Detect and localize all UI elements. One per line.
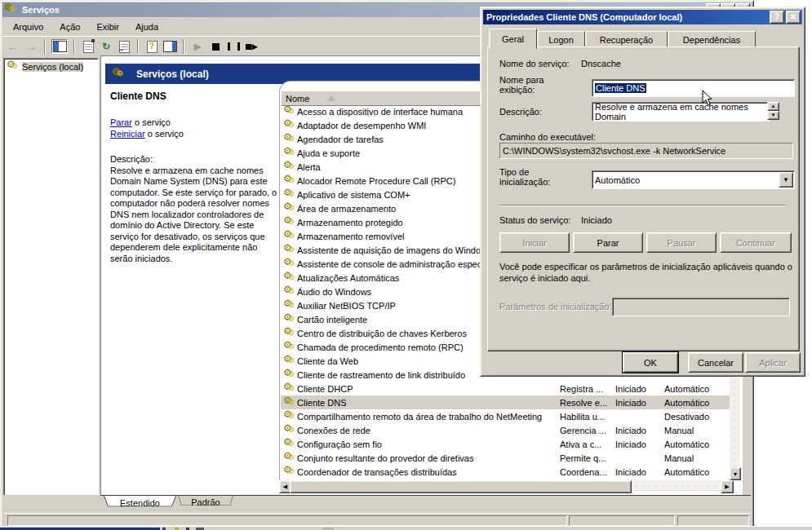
service-gears-icon <box>283 439 296 450</box>
reiniciar-service-link[interactable]: Reiniciar <box>110 129 145 139</box>
display-name-selected-text: Cliente DNS <box>595 83 646 93</box>
stop-button[interactable]: Parar <box>573 232 643 253</box>
service-row[interactable]: Compartilhamento remoto da área de traba… <box>281 409 731 423</box>
back-icon[interactable]: ← <box>6 40 20 53</box>
service-action-links: Parar o serviçoReiniciar o serviço <box>110 117 278 139</box>
menu-item-ajuda[interactable]: Ajuda <box>128 20 166 33</box>
service-row[interactable]: Coordenador de transações distribuídasCo… <box>281 465 731 479</box>
service-row[interactable]: Conjunto resultante do provedor de diret… <box>281 451 731 465</box>
service-gears-icon <box>283 161 296 173</box>
extended-view-icon[interactable] <box>162 40 177 53</box>
horizontal-scrollbar[interactable]: ◀ ▶ <box>279 480 732 492</box>
dialog-tab-dependncias[interactable]: Dependências <box>668 31 756 48</box>
tree-item-label: Serviços (local) <box>22 62 83 72</box>
scrollbar-thumb[interactable] <box>290 480 632 493</box>
refresh-icon[interactable]: ↻ <box>99 40 113 53</box>
desktop: { "colors": { "chrome": "#D4D0C8", "acti… <box>0 0 812 530</box>
cell-startup: Manual <box>664 453 730 463</box>
service-gears-icon <box>283 272 296 284</box>
help-icon[interactable]: ? <box>144 40 159 53</box>
stop-service-icon[interactable] <box>208 40 223 53</box>
cell-name: Cliente DNS <box>297 398 560 408</box>
service-row[interactable]: Conexões de redeGerencia ...IniciadoManu… <box>281 423 731 437</box>
service-name-label: Nome do serviço: <box>499 59 570 68</box>
main-window-title: Serviços <box>22 5 60 15</box>
cancel-button[interactable]: Cancelar <box>688 352 743 373</box>
toolbar-separator <box>183 39 184 54</box>
export-list-icon[interactable]: → <box>117 40 131 53</box>
dialog-tab-logon[interactable]: Logon <box>537 31 585 48</box>
description-input[interactable]: Resolve e armazena em cache nomes Domain <box>592 102 770 121</box>
resume-button[interactable]: Continuar <box>720 232 792 253</box>
dialog-title-bar[interactable]: Propriedades Cliente DNS (Computador loc… <box>483 10 802 24</box>
service-gears-icon <box>283 453 296 464</box>
service-row[interactable]: Configuração sem fioAtiva a c...Iniciado… <box>281 437 731 451</box>
description-spinner: ▲ ▼ <box>767 102 779 120</box>
service-gears-icon <box>283 175 296 187</box>
restart-service-icon[interactable]: ▶ <box>244 40 259 53</box>
cell-startup: Desativado <box>664 412 730 422</box>
scroll-down-icon[interactable]: ▼ <box>730 467 741 480</box>
menu-item-exibir[interactable]: Exibir <box>89 20 126 33</box>
general-tab-page: Nome do serviço: Dnscache Nome para exib… <box>487 46 800 351</box>
cell-name: Conexões de rede <box>297 426 560 435</box>
start-button[interactable]: Iniciar <box>499 232 570 253</box>
dialog-help-icon[interactable]: ? <box>770 11 784 24</box>
display-name-input[interactable]: Cliente DNS <box>592 79 795 97</box>
toolbar-separator <box>137 39 139 54</box>
toolbar-separator <box>73 39 75 54</box>
service-gears-icon <box>283 466 296 478</box>
path-label: Caminho do executável: <box>499 132 596 142</box>
dialog-title: Propriedades Cliente DNS (Computador loc… <box>486 12 682 22</box>
combo-dropdown-icon[interactable]: ▼ <box>779 172 793 188</box>
menu-item-arquivo[interactable]: Arquivo <box>6 20 51 33</box>
service-gears-icon <box>283 217 296 228</box>
apply-button[interactable]: Aplicar <box>745 352 801 373</box>
service-gears-icon <box>283 425 296 436</box>
tree-item-services-local[interactable]: Serviços (local) <box>5 60 97 73</box>
ok-button[interactable]: OK <box>623 352 678 373</box>
cell-name: Compartilhamento remoto da área de traba… <box>297 412 560 422</box>
forward-icon[interactable]: → <box>24 40 38 53</box>
menu-item-ao[interactable]: Ação <box>52 20 87 33</box>
pause-button[interactable]: Pausar <box>646 232 717 253</box>
dialog-close-icon[interactable]: ✕ <box>786 11 801 24</box>
pause-service-icon[interactable] <box>226 40 241 53</box>
cell-status: Iniciado <box>615 384 664 394</box>
startup-params-input[interactable] <box>612 298 790 316</box>
service-gears-icon <box>283 134 296 145</box>
view-tab-estendido[interactable]: Estendido <box>104 496 176 510</box>
service-info-panel: Cliente DNS Parar o serviçoReiniciar o s… <box>110 91 278 264</box>
status-panel <box>677 515 749 526</box>
scroll-right-icon[interactable]: ▶ <box>721 480 734 493</box>
view-tab-padro[interactable]: Padrão <box>178 496 233 508</box>
properties-icon[interactable] <box>81 40 95 53</box>
cell-desc: Ativa a c... <box>560 439 615 449</box>
status-bar <box>3 513 751 526</box>
service-gears-icon <box>283 231 296 242</box>
cell-startup: Automático <box>664 439 730 449</box>
dialog-tab-recuperao[interactable]: Recuperação <box>585 31 668 48</box>
service-gears-icon <box>283 342 296 353</box>
startup-type-combo[interactable]: Automático ▼ <box>592 170 795 189</box>
separator <box>499 205 787 206</box>
cell-startup: Automático <box>664 467 730 477</box>
description-value: Resolve e armazena em cache nomes Domain <box>595 102 769 121</box>
dialog-tab-geral[interactable]: Geral <box>489 29 537 49</box>
spin-up-icon[interactable]: ▲ <box>767 102 779 111</box>
status-panel <box>569 515 675 526</box>
cell-desc: Registra ... <box>560 384 615 394</box>
taskbar[interactable] <box>0 526 812 530</box>
view-tab-label: Padrão <box>191 497 220 507</box>
service-gears-icon <box>283 258 296 270</box>
services-app-icon <box>4 4 17 15</box>
cell-startup: Manual <box>664 426 730 435</box>
service-row[interactable]: Cliente DNSResolve e...IniciadoAutomátic… <box>281 395 731 409</box>
spin-down-icon[interactable]: ▼ <box>767 111 779 120</box>
cell-startup: Automático <box>664 384 730 394</box>
show-console-tree-icon[interactable] <box>51 39 68 54</box>
service-row[interactable]: Cliente DHCPRegistra ...IniciadoAutomáti… <box>281 382 731 395</box>
cell-name: Coordenador de transações distribuídas <box>297 467 560 477</box>
parar-service-link[interactable]: Parar <box>110 117 132 127</box>
start-service-icon[interactable]: ▶ <box>190 40 205 53</box>
